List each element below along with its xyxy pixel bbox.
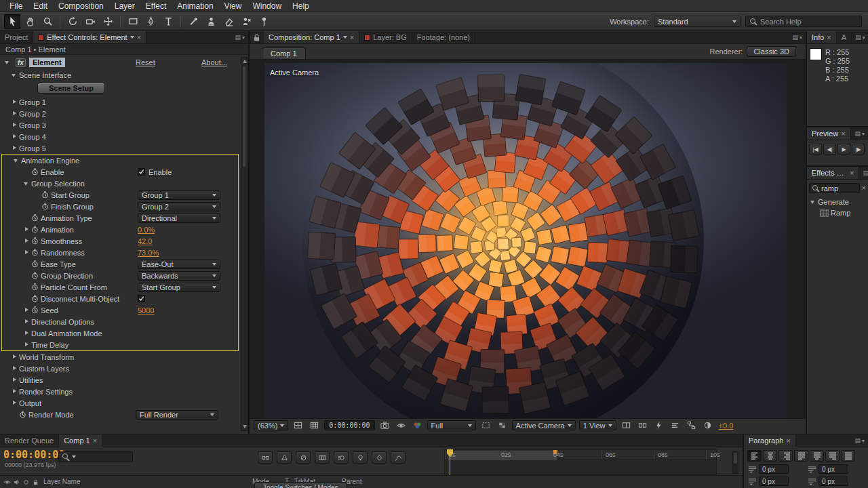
- property-row-directional-options[interactable]: Directional Options: [2, 316, 238, 327]
- twirl-right-icon[interactable]: [11, 388, 19, 395]
- next-frame-button[interactable]: |▶: [852, 144, 865, 155]
- orbit-camera-tool[interactable]: [64, 14, 81, 29]
- pixel-aspect-icon[interactable]: [636, 420, 649, 431]
- property-dropdown[interactable]: Backwards: [138, 271, 220, 281]
- stopwatch-icon[interactable]: [31, 214, 41, 222]
- tab-effect-controls[interactable]: Effect Controls: Element ×: [33, 31, 146, 43]
- menu-composition[interactable]: Composition: [53, 1, 109, 12]
- property-row-smoothness[interactable]: Smoothness42.0: [2, 235, 238, 247]
- grid-guides-icon[interactable]: [292, 420, 304, 431]
- property-row-disconnect-multi-object[interactable]: Disconnect Multi-Object: [2, 293, 238, 304]
- fast-previews-icon[interactable]: [652, 420, 665, 431]
- stopwatch-icon[interactable]: [31, 237, 41, 245]
- twirl-right-icon[interactable]: [23, 226, 31, 233]
- effect-name[interactable]: Element: [29, 58, 65, 67]
- property-value[interactable]: 42.0: [138, 237, 152, 245]
- twirl-right-icon[interactable]: [11, 110, 19, 117]
- twirl-right-icon[interactable]: [23, 238, 31, 245]
- current-time-indicator[interactable]: [450, 449, 450, 475]
- property-row-group-2[interactable]: Group 2: [0, 108, 240, 119]
- property-row-particle-count-from[interactable]: Particle Count FromStart Group: [2, 281, 238, 293]
- property-dropdown[interactable]: Group 2: [138, 202, 220, 211]
- menu-help[interactable]: Help: [287, 1, 315, 12]
- close-icon[interactable]: ×: [786, 437, 790, 445]
- property-dropdown[interactable]: Start Group: [138, 283, 220, 292]
- twirl-right-icon[interactable]: [23, 330, 31, 337]
- comp-mini-flowchart-button[interactable]: [258, 451, 273, 464]
- indent-left-field[interactable]: 0 px: [748, 464, 789, 474]
- property-row-animation[interactable]: Animation0.0%: [2, 224, 238, 235]
- effects-item-row[interactable]: Ramp: [807, 207, 868, 218]
- panel-lock-icon[interactable]: [250, 31, 264, 43]
- scroll-down-icon[interactable]: [243, 425, 247, 428]
- tab-layer-bg[interactable]: Layer: BG: [359, 31, 412, 43]
- hand-tool[interactable]: [22, 14, 38, 29]
- tab-footage-none[interactable]: Footage: (none): [412, 31, 475, 43]
- brainstorm-button[interactable]: [353, 451, 368, 464]
- property-row-enable[interactable]: EnableEnable: [2, 166, 238, 178]
- channel-settings-icon[interactable]: [411, 420, 424, 431]
- align-left-button[interactable]: [747, 450, 762, 462]
- twirl-right-icon[interactable]: [11, 400, 19, 407]
- twirl-right-icon[interactable]: [11, 134, 19, 140]
- property-row-render-settings[interactable]: Render Settings: [0, 386, 240, 397]
- scrollbar-thumb[interactable]: [242, 66, 246, 167]
- frame-blending-button[interactable]: [315, 451, 330, 464]
- property-value[interactable]: 73.0%: [138, 249, 159, 257]
- property-dropdown[interactable]: Full Render: [136, 410, 218, 420]
- comp-flowchart-icon[interactable]: [685, 420, 698, 431]
- property-row-randomness[interactable]: Randomness73.0%: [2, 247, 238, 258]
- property-row-group-3[interactable]: Group 3: [0, 119, 240, 131]
- stopwatch-icon[interactable]: [31, 272, 41, 279]
- panel-menu-icon[interactable]: [852, 31, 868, 43]
- twirl-down-icon[interactable]: [13, 157, 21, 164]
- property-row-start-group[interactable]: Start GroupGroup 1: [2, 189, 238, 201]
- workspace-dropdown[interactable]: Standard: [654, 16, 741, 27]
- close-icon[interactable]: ×: [350, 34, 354, 41]
- property-dropdown[interactable]: Ease-Out: [138, 260, 220, 269]
- twirl-down-icon[interactable]: [11, 72, 19, 79]
- transparency-grid-icon[interactable]: [496, 420, 509, 431]
- justify-last-left-button[interactable]: [794, 450, 808, 462]
- justify-last-center-button[interactable]: [810, 450, 824, 462]
- reset-exposure-icon[interactable]: [701, 420, 714, 431]
- property-row-scene-interface[interactable]: Scene Interface: [0, 69, 240, 81]
- tab-audio[interactable]: A: [837, 31, 852, 43]
- stopwatch-icon[interactable]: [31, 283, 41, 291]
- stopwatch-icon[interactable]: [31, 249, 41, 256]
- menu-effect[interactable]: Effect: [140, 1, 172, 12]
- panel-menu-icon[interactable]: [851, 434, 868, 447]
- hide-shy-layers-button[interactable]: [296, 451, 311, 464]
- twirl-right-icon[interactable]: [23, 249, 31, 256]
- current-time-display[interactable]: 0:00:00:00: [3, 449, 64, 461]
- property-row-utilities[interactable]: Utilities: [0, 374, 240, 386]
- twirl-right-icon[interactable]: [11, 99, 19, 106]
- effects-search-input[interactable]: ramp: [809, 183, 860, 193]
- twirl-right-icon[interactable]: [23, 342, 31, 348]
- selection-tool[interactable]: [4, 14, 20, 29]
- panel-menu-icon[interactable]: [859, 167, 868, 179]
- menu-window[interactable]: Window: [247, 1, 287, 12]
- scene-setup-button[interactable]: Scene Setup: [37, 83, 105, 94]
- indent-right-field[interactable]: 0 px: [808, 464, 848, 474]
- close-icon[interactable]: ×: [93, 437, 97, 445]
- timeline-icon[interactable]: [669, 420, 682, 431]
- timeline-search-input[interactable]: [58, 451, 133, 462]
- twirl-down-icon[interactable]: [23, 180, 31, 187]
- close-icon[interactable]: ×: [850, 169, 854, 177]
- stopwatch-icon[interactable]: [31, 226, 41, 233]
- stopwatch-icon[interactable]: [31, 295, 41, 302]
- column-layer-name[interactable]: Layer Name: [43, 478, 80, 485]
- graph-editor-button[interactable]: [391, 451, 406, 464]
- 3d-view-dropdown[interactable]: Active Camera: [512, 420, 576, 430]
- stopwatch-icon[interactable]: [19, 411, 28, 418]
- eye-column-icon[interactable]: [3, 478, 11, 486]
- pen-tool[interactable]: [142, 14, 159, 29]
- field-value[interactable]: 0 px: [759, 476, 789, 486]
- stopwatch-icon[interactable]: [41, 203, 51, 210]
- play-button[interactable]: ▶: [837, 144, 850, 155]
- timeline-scrollbar[interactable]: [732, 451, 738, 474]
- reset-link[interactable]: Reset: [136, 58, 155, 66]
- brush-tool[interactable]: [185, 14, 201, 29]
- pan-behind-tool[interactable]: [100, 14, 116, 29]
